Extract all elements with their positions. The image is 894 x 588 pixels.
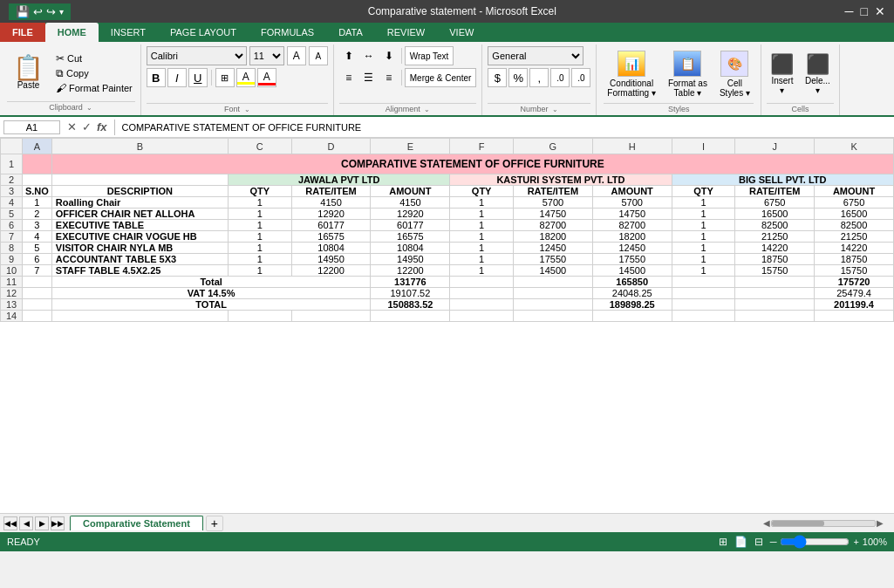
c-qty-header: QTY [229, 186, 292, 197]
align-center-btn[interactable]: ☰ [359, 68, 379, 87]
redo-icon[interactable]: ↪ [46, 5, 56, 18]
styles-group-label: Styles [668, 105, 690, 113]
cells-group: ⬛ Insert ▾ ⬛ Dele... ▾ Cells [761, 44, 840, 115]
styles-group: 📊 Conditional Formatting ▾ 📋 Format as T… [597, 44, 761, 115]
font-size-select[interactable]: 11 [249, 46, 284, 65]
col-header-b[interactable]: B [51, 139, 228, 154]
delete-cells-btn[interactable]: ⬛ Dele... ▾ [802, 51, 834, 98]
wrap-text-button[interactable]: Wrap Text [405, 46, 454, 65]
insert-function-icon[interactable]: fx [97, 120, 107, 133]
table-row: 3 S.NO DESCRIPTION QTY RATE/ITEM AMOUNT … [1, 186, 894, 197]
review-tab[interactable]: REVIEW [375, 23, 437, 42]
font-group: Calibri 11 A A B I U ⊞ A A [141, 44, 334, 115]
i-amount-header: AMOUNT [815, 186, 894, 197]
comma-btn[interactable]: , [529, 68, 549, 87]
view-tab[interactable]: VIEW [437, 23, 486, 42]
sheet-nav-first[interactable]: ◀◀ [3, 516, 17, 530]
formulas-tab[interactable]: FORMULAS [249, 23, 326, 42]
hscroll-left[interactable]: ◀ [763, 518, 770, 528]
currency-btn[interactable]: $ [488, 68, 507, 87]
home-tab[interactable]: HOME [45, 23, 99, 42]
i-rate-header: RATE/ITEM [735, 186, 815, 197]
increase-font-btn[interactable]: A [287, 46, 306, 65]
data-tab[interactable]: DATA [326, 23, 375, 42]
sheet-nav-last[interactable]: ▶▶ [51, 516, 65, 530]
col-header-h[interactable]: H [592, 139, 672, 154]
col-header-j[interactable]: J [735, 139, 815, 154]
number-format-select[interactable]: General [488, 46, 583, 65]
align-top-btn[interactable]: ⬆ [339, 46, 358, 65]
undo-icon[interactable]: ↩ [33, 5, 43, 18]
cells-group-label: Cells [791, 105, 809, 113]
title-cell: COMPARATIVE STATEMENT OF OFFICE FURNITUR… [51, 154, 893, 174]
col-header-a[interactable]: A [23, 139, 52, 154]
font-color-button[interactable]: A [257, 68, 276, 87]
decrease-font-btn[interactable]: A [309, 46, 328, 65]
qa-dropdown-icon[interactable]: ▾ [59, 7, 64, 17]
close-btn[interactable]: ✕ [875, 4, 885, 18]
border-button[interactable]: ⊞ [215, 68, 235, 87]
cell-reference-box[interactable] [3, 120, 60, 134]
italic-button[interactable]: I [167, 68, 187, 87]
sheet-nav-prev[interactable]: ◀ [19, 516, 33, 530]
align-middle-btn[interactable]: ↔ [359, 46, 379, 65]
col-header-i[interactable]: I [672, 139, 735, 154]
table-row: 10 7 STAFF TABLE 4.5X2.25 1 12200 12200 … [1, 265, 894, 277]
table-row: 4 1 Roalling Chair 1 4150 4150 1 5700 57… [1, 197, 894, 209]
fill-color-button[interactable]: A [236, 68, 256, 87]
bigsell-header: BIG SELL PVT. LTD [672, 174, 893, 186]
align-left-btn[interactable]: ≡ [339, 68, 358, 87]
hscroll-right[interactable]: ▶ [877, 518, 884, 528]
align-bottom-btn[interactable]: ⬇ [379, 46, 399, 65]
table-row: 5 2 OFFICER CHAIR NET ALLOHA 1 12920 129… [1, 209, 894, 220]
table-row: 6 3 EXECUTIVE TABLE 1 60177 60177 1 8270… [1, 220, 894, 231]
copy-button[interactable]: ⧉ Copy [53, 66, 135, 80]
col-header-g[interactable]: G [513, 139, 592, 154]
add-sheet-btn[interactable]: + [206, 516, 223, 531]
table-row: 7 4 EXECUTIVE CHAIR VOGUE HB 1 16575 165… [1, 231, 894, 243]
percent-btn[interactable]: % [508, 68, 528, 87]
font-family-select[interactable]: Calibri [147, 46, 247, 65]
col-header-f[interactable]: F [450, 139, 514, 154]
status-text: READY [7, 537, 40, 547]
page-layout-btn[interactable]: 📄 [734, 536, 747, 548]
confirm-formula-icon[interactable]: ✓ [82, 120, 92, 133]
sno-header: S.NO [23, 186, 52, 197]
file-tab[interactable]: FILE [0, 23, 45, 42]
insert-cells-btn[interactable]: ⬛ Insert ▾ [767, 51, 798, 98]
maximize-btn[interactable]: □ [861, 4, 868, 18]
decrease-decimal-btn[interactable]: .0 [571, 68, 590, 87]
alignment-group-label: Alignment [386, 105, 420, 113]
col-header-c[interactable]: C [229, 139, 292, 154]
insert-tab[interactable]: INSERT [99, 23, 158, 42]
table-row: 13 TOTAL 150883.52 189898.25 201199.4 [1, 299, 894, 311]
save-icon[interactable]: 💾 [16, 5, 30, 18]
cut-button[interactable]: ✂ Cut [53, 51, 135, 65]
cancel-formula-icon[interactable]: ✕ [67, 120, 77, 133]
zoom-slider[interactable] [780, 535, 850, 549]
format-table-btn[interactable]: 📋 Format as Table ▾ [665, 48, 711, 100]
sheet-nav-next[interactable]: ▶ [35, 516, 49, 530]
align-right-btn[interactable]: ≡ [379, 68, 399, 87]
col-header-d[interactable]: D [291, 139, 371, 154]
formula-input[interactable] [119, 121, 891, 133]
table-row: 9 6 ACCOUNTANT TABLE 5X3 1 14950 14950 1… [1, 254, 894, 265]
col-header-k[interactable]: K [815, 139, 894, 154]
normal-view-btn[interactable]: ⊞ [719, 536, 727, 548]
merge-center-button[interactable]: Merge & Center [405, 68, 477, 87]
page-break-btn[interactable]: ⊟ [754, 536, 763, 548]
format-painter-button[interactable]: 🖌 Format Painter [53, 81, 135, 95]
sheet-tab-comparative[interactable]: Comparative Statement [70, 516, 203, 530]
cell-styles-btn[interactable]: 🎨 Cell Styles ▾ [716, 48, 754, 100]
increase-decimal-btn[interactable]: .0 [550, 68, 570, 87]
minimize-btn[interactable]: ─ [845, 4, 854, 18]
i-qty-header: QTY [672, 186, 735, 197]
underline-button[interactable]: U [188, 68, 208, 87]
c-rate-header: RATE/ITEM [291, 186, 371, 197]
col-header-e[interactable]: E [371, 139, 450, 154]
conditional-formatting-btn[interactable]: 📊 Conditional Formatting ▾ [604, 48, 659, 100]
paste-button[interactable]: 📋 Paste [7, 52, 50, 93]
bold-button[interactable]: B [147, 68, 166, 87]
f-qty-header: QTY [450, 186, 514, 197]
pagelayout-tab[interactable]: PAGE LAYOUT [158, 23, 249, 42]
